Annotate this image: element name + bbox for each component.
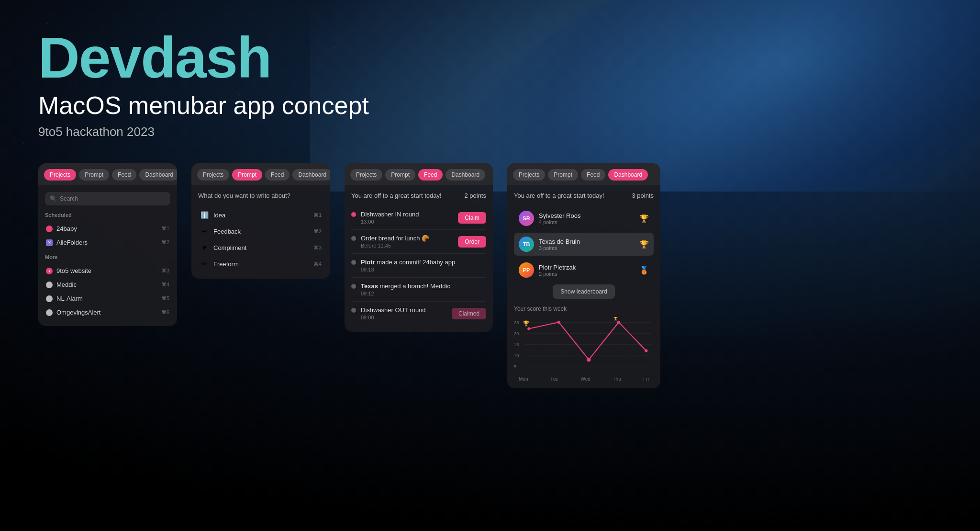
panel-dashboard: Projects Prompt Feed Dashboard You are o… <box>507 163 660 388</box>
meddic-link[interactable]: Meddic <box>430 282 450 290</box>
chart-label-wed: Wed <box>581 376 590 382</box>
panels-row: Projects Prompt Feed Dashboard 🔍 Search … <box>38 163 942 388</box>
search-label: Search <box>60 195 78 202</box>
lb-avatar-sylvester: SR <box>519 211 534 226</box>
compliment-icon: ♥ <box>200 244 209 251</box>
prompt-feedback[interactable]: ↩ Feedback ⌘2 <box>198 223 323 239</box>
tab-dashboard-4[interactable]: Dashboard <box>608 169 648 181</box>
tab-dashboard-3[interactable]: Dashboard <box>445 169 485 181</box>
shortcut-meddic: ⌘4 <box>161 282 169 288</box>
section-scheduled: Scheduled <box>45 212 170 218</box>
feed-dot-texas <box>351 284 356 289</box>
tab-dashboard-1[interactable]: Dashboard <box>139 169 177 181</box>
project-icon-meddic <box>46 282 53 288</box>
claim-button-dishwasher-in[interactable]: Claim <box>458 212 486 224</box>
feed-title-dishwasher-out: Dishwasher OUT round <box>361 306 447 314</box>
panel-prompt: Projects Prompt Feed Dashboard What do y… <box>191 163 330 279</box>
app-tagline: 9to5 hackathon 2023 <box>38 124 942 139</box>
feed-dot-piotr <box>351 260 356 265</box>
project-icon-24baby <box>46 226 53 232</box>
lb-name-piotr: Piotr Pietrzak <box>539 264 635 271</box>
chart-dot-fri <box>645 349 647 352</box>
score-section-title: Your score this week <box>514 305 654 312</box>
panel2-tabs: Projects Prompt Feed Dashboard <box>191 163 330 185</box>
shortcut-24baby: ⌘1 <box>161 226 169 232</box>
lb-initials-texas: TB <box>523 241 530 247</box>
chart-dot-thu <box>617 321 620 324</box>
tab-projects-2[interactable]: Projects <box>197 169 229 181</box>
tab-prompt-1[interactable]: Prompt <box>79 169 109 181</box>
project-item-24baby[interactable]: 24baby ⌘1 <box>45 222 170 236</box>
project-item-nl-alarm[interactable]: NL-Alarm ⌘5 <box>45 292 170 305</box>
prompt-idea[interactable]: ℹ️ Idea ⌘1 <box>198 207 323 223</box>
show-leaderboard-button[interactable]: Show leaderboard <box>553 284 614 299</box>
tab-dashboard-2[interactable]: Dashboard <box>292 169 330 181</box>
trophy-mon: 🏆 <box>523 320 530 327</box>
tab-feed-3[interactable]: Feed <box>418 169 443 181</box>
project-item-meddic[interactable]: Meddic ⌘4 <box>45 278 170 292</box>
feed-title-texas: Texas merged a branch! Meddic <box>361 282 486 290</box>
feed-dot-dishwasher-in <box>351 212 356 217</box>
tab-feed-4[interactable]: Feed <box>581 169 605 181</box>
feed-item-bread: Order bread for lunch 🥐 Before 11:45 Ord… <box>351 230 486 254</box>
svg-text:25: 25 <box>514 320 519 325</box>
prompt-question: What do you want to write about? <box>198 192 323 199</box>
tab-projects-4[interactable]: Projects <box>513 169 545 181</box>
project-item-omgevingsalert[interactable]: OmgevingsAlert ⌘6 <box>45 305 170 319</box>
project-item-9to5[interactable]: ● 9to5 website ⌘3 <box>45 264 170 278</box>
tab-feed-2[interactable]: Feed <box>265 169 290 181</box>
chart-svg: 25 20 15 10 5 <box>514 317 654 374</box>
lb-avatar-texas: TB <box>519 237 534 252</box>
panel-feed: Projects Prompt Feed Dashboard You are o… <box>345 163 493 332</box>
svg-text:10: 10 <box>514 353 519 358</box>
project-item-allefolders[interactable]: ✕ AlleFolders ⌘2 <box>45 236 170 249</box>
lb-item-texas: TB Texas de Bruin 3 points 🏆 <box>514 233 654 256</box>
panel-projects: Projects Prompt Feed Dashboard 🔍 Search … <box>38 163 177 326</box>
freeform-label: Freeform <box>213 260 239 268</box>
trophy-thu: 🏆 <box>612 317 619 321</box>
shortcut-omgevingsalert: ⌘6 <box>161 309 169 316</box>
feed-time-bread: Before 11:45 <box>361 243 453 249</box>
feed-item-dishwasher-in: Dishwasher IN round 13:00 Claim <box>351 206 486 230</box>
lb-item-piotr: PP Piotr Pietrzak 2 points 🥉 <box>514 259 654 282</box>
score-chart: 25 20 15 10 5 <box>514 317 654 374</box>
feed-time-texas: 09:12 <box>361 291 486 296</box>
24baby-link[interactable]: 24baby app <box>423 259 455 266</box>
lb-pts-sylvester: 4 points <box>539 219 635 225</box>
feed-time-dishwasher-in: 13:00 <box>361 219 453 225</box>
feed-dot-dishwasher-out <box>351 308 356 313</box>
project-name-allefolders: AlleFolders <box>56 239 88 246</box>
chart-dot-wed <box>587 358 590 362</box>
panel3-tabs: Projects Prompt Feed Dashboard <box>345 163 493 185</box>
project-icon-9to5: ● <box>46 268 53 274</box>
idea-label: Idea <box>213 212 225 219</box>
prompt-compliment[interactable]: ♥ Compliment ⌘3 <box>198 239 323 256</box>
claimed-button-dishwasher-out[interactable]: Claimed <box>452 308 486 319</box>
tab-prompt-2[interactable]: Prompt <box>232 169 262 181</box>
lb-pts-texas: 3 points <box>539 245 635 251</box>
feedback-icon: ↩ <box>200 227 209 235</box>
tab-feed-1[interactable]: Feed <box>112 169 136 181</box>
feed-item-texas: Texas merged a branch! Meddic 09:12 <box>351 278 486 302</box>
project-name-24baby: 24baby <box>56 225 77 232</box>
app-title: Devdash <box>38 29 942 86</box>
freeform-icon: ✏ <box>200 260 209 268</box>
tab-prompt-4[interactable]: Prompt <box>548 169 578 181</box>
project-name-omgevingsalert: OmgevingsAlert <box>56 309 100 316</box>
project-icon-allefolders: ✕ <box>46 239 53 246</box>
search-bar[interactable]: 🔍 Search <box>45 192 170 205</box>
panel4-tabs: Projects Prompt Feed Dashboard <box>507 163 660 185</box>
tab-prompt-3[interactable]: Prompt <box>385 169 415 181</box>
lb-item-sylvester: SR Sylvester Roos 4 points 🏆 <box>514 207 654 230</box>
feed-header-text: You are off to a great start today! <box>351 192 442 199</box>
tab-projects-1[interactable]: Projects <box>44 169 76 181</box>
order-button-bread[interactable]: Order <box>458 236 486 248</box>
svg-text:15: 15 <box>514 342 519 347</box>
feed-item-dishwasher-out: Dishwasher OUT round 09:00 Claimed <box>351 302 486 325</box>
app-subtitle: MacOS menubar app concept <box>38 91 942 120</box>
prompt-freeform[interactable]: ✏ Freeform ⌘4 <box>198 256 323 272</box>
lb-initials-piotr: PP <box>523 267 530 273</box>
chart-dot-tue <box>557 321 560 324</box>
tab-projects-3[interactable]: Projects <box>350 169 382 181</box>
project-icon-nl-alarm <box>46 295 53 302</box>
